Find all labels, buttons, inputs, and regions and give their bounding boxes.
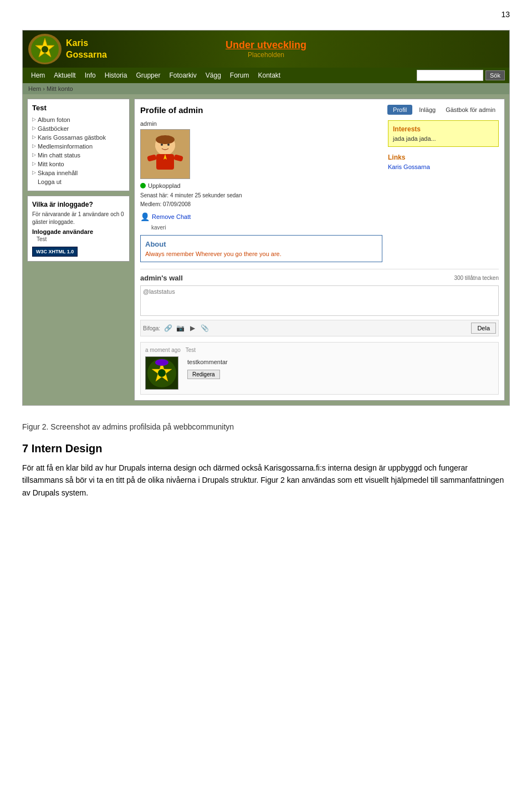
- links-item-karis[interactable]: Karis Gossarna: [388, 164, 499, 170]
- attach-label: Bifoga:: [143, 325, 160, 331]
- nav-aktuellt[interactable]: Aktuellt: [50, 70, 79, 81]
- sidebar-item-gastbocker[interactable]: Gästböcker: [32, 124, 125, 133]
- status-online-dot: [140, 183, 146, 188]
- svg-point-6: [156, 135, 175, 144]
- profile-right: Interests jada jada jada... Links Karis …: [388, 120, 499, 262]
- nav-hem[interactable]: Hem: [27, 70, 49, 81]
- main-content-area: Profile of admin Profil Inlägg Gästbok f…: [134, 99, 505, 401]
- nav-search-input[interactable]: [417, 70, 483, 81]
- links-section: Links Karis Gossarna: [388, 151, 499, 172]
- sidebar-logged-in-box: Vilka är inloggade? För närvarande är 1 …: [27, 196, 130, 262]
- post-avatar: [145, 356, 178, 390]
- main-area: Hem › Mitt konto Test Album foton Gästbö…: [23, 83, 509, 405]
- profile-username: admin: [140, 120, 382, 127]
- profile-left: admin: [140, 120, 382, 262]
- sidebar-item-medlemsinfo[interactable]: Medlemsinformation: [32, 142, 125, 151]
- site-nav: Hem Aktuellt Info Historia Grupper Fotoa…: [23, 68, 509, 83]
- scout-logo-svg: [30, 35, 59, 63]
- profile-header: Profile of admin Profil Inlägg Gästbok f…: [140, 105, 499, 115]
- profile-avatar: [140, 129, 190, 179]
- wall-post: a moment ago Test: [140, 342, 499, 395]
- sidebar-item-logga-ut[interactable]: Logga ut: [32, 177, 125, 186]
- body-text: För att få en klar bild av hur Drupals i…: [22, 462, 510, 499]
- wall-section: admin's wall 300 tillåtna tecken Bifoga:…: [140, 269, 499, 395]
- left-sidebar: Test Album foton Gästböcker Karis Gossar…: [27, 99, 130, 401]
- logo-bar: Karis Gossarna Under utveckling Placehol…: [23, 30, 509, 68]
- nav-grupper[interactable]: Grupper: [132, 70, 164, 81]
- sidebar-section-title: Test: [32, 104, 125, 112]
- profile-meta: Senast här: 4 minuter 25 sekunder sedan …: [140, 191, 382, 209]
- tab-profil[interactable]: Profil: [387, 105, 412, 115]
- breadcrumb: Hem › Mitt konto: [23, 83, 509, 94]
- profile-tabs: Profil Inlägg Gästbok för admin: [387, 105, 499, 115]
- sidebar-menu-box: Test Album foton Gästböcker Karis Gossar…: [27, 99, 130, 191]
- under-development-banner: Under utveckling Placeholden: [226, 39, 306, 59]
- attach-photo-icon[interactable]: 📷: [176, 324, 185, 332]
- sidebar-item-skapa-innehall[interactable]: Skapa innehåll: [32, 168, 125, 177]
- logo-text: Karis Gossarna: [66, 38, 107, 61]
- nav-vagg[interactable]: Vägg: [202, 70, 225, 81]
- svg-point-2: [42, 46, 48, 53]
- about-title: About: [145, 240, 377, 248]
- profile-status: Uppkopplad: [140, 182, 382, 189]
- wall-char-count: 300 tillåtna tecken: [454, 275, 499, 281]
- logged-users-title: Inloggade användare: [32, 228, 125, 235]
- avatar-svg: [141, 130, 190, 178]
- chatt-link[interactable]: 👤 Remove Chatt: [140, 212, 382, 221]
- wall-title: admin's wall: [140, 274, 183, 282]
- about-box: About Always remember Wherever you go th…: [140, 235, 382, 262]
- interests-title: Interests: [393, 125, 494, 133]
- interests-box: Interests jada jada jada...: [388, 120, 499, 147]
- logged-in-title: Vilka är inloggade?: [32, 201, 125, 208]
- tab-inlagg[interactable]: Inlägg: [416, 105, 439, 115]
- content-layout: Test Album foton Gästböcker Karis Gossar…: [23, 94, 509, 405]
- interests-text: jada jada jada...: [393, 135, 494, 142]
- logo-emblem: [28, 34, 62, 64]
- post-body: testkommentar Redigera: [187, 356, 228, 390]
- nav-kontakt[interactable]: Kontakt: [254, 70, 285, 81]
- nav-fotoarkiv[interactable]: Fotoarkiv: [165, 70, 200, 81]
- wall-submit-button[interactable]: Dela: [471, 323, 496, 334]
- attach-video-icon[interactable]: ▶: [188, 324, 197, 332]
- tab-gastbok[interactable]: Gästbok för admin: [442, 105, 499, 115]
- nav-search-button[interactable]: Sök: [485, 70, 505, 80]
- logged-in-text: För närvarande är 1 användare och 0 gäst…: [32, 211, 125, 226]
- sidebar-item-chatt-status[interactable]: Min chatt status: [32, 151, 125, 160]
- section-heading: 7 Intern Design: [22, 442, 510, 455]
- svg-point-7: [161, 144, 163, 146]
- sidebar-item-mitt-konto[interactable]: Mitt konto: [32, 160, 125, 168]
- chatt-sub: kaveri: [140, 224, 382, 231]
- wall-textarea[interactable]: [140, 285, 499, 316]
- sidebar-item-karis-gastbok[interactable]: Karis Gossarnas gästbok: [32, 133, 125, 142]
- post-avatar-svg: [146, 357, 178, 389]
- page-number: 13: [0, 0, 532, 24]
- attach-icons: 🔗 📷 ▶ 📎: [163, 324, 209, 332]
- svg-point-16: [158, 369, 166, 377]
- wall-header: admin's wall 300 tillåtna tecken: [140, 274, 499, 282]
- attach-file-icon[interactable]: 📎: [200, 324, 209, 332]
- site-header: Karis Gossarna Under utveckling Placehol…: [23, 30, 509, 83]
- figure-caption: Figur 2. Screenshot av admins profilsida…: [22, 422, 510, 431]
- wall-toolbar: Bifoga: 🔗 📷 ▶ 📎 Dela: [140, 320, 499, 336]
- profile-body: admin: [140, 120, 499, 262]
- screenshot-container: Karis Gossarna Under utveckling Placehol…: [22, 30, 510, 406]
- nav-search-area: Sök: [417, 70, 505, 81]
- post-meta: a moment ago Test: [145, 347, 494, 353]
- post-username: Test: [186, 347, 196, 353]
- nav-info[interactable]: Info: [81, 70, 100, 81]
- w3c-badge: W3C XHTML 1.0: [32, 247, 78, 257]
- svg-point-8: [167, 144, 170, 146]
- nav-forum[interactable]: Forum: [226, 70, 253, 81]
- sidebar-item-album-foton[interactable]: Album foton: [32, 115, 125, 124]
- svg-point-17: [155, 359, 168, 366]
- post-edit-button[interactable]: Redigera: [187, 370, 220, 379]
- logged-user-item: Test: [32, 236, 125, 242]
- profile-title: Profile of admin: [140, 105, 203, 115]
- about-text: Always remember Wherever you go there yo…: [145, 251, 377, 257]
- nav-historia[interactable]: Historia: [101, 70, 131, 81]
- attach-link-icon[interactable]: 🔗: [163, 324, 172, 332]
- links-title: Links: [388, 154, 499, 161]
- post-comment: testkommentar: [187, 359, 228, 365]
